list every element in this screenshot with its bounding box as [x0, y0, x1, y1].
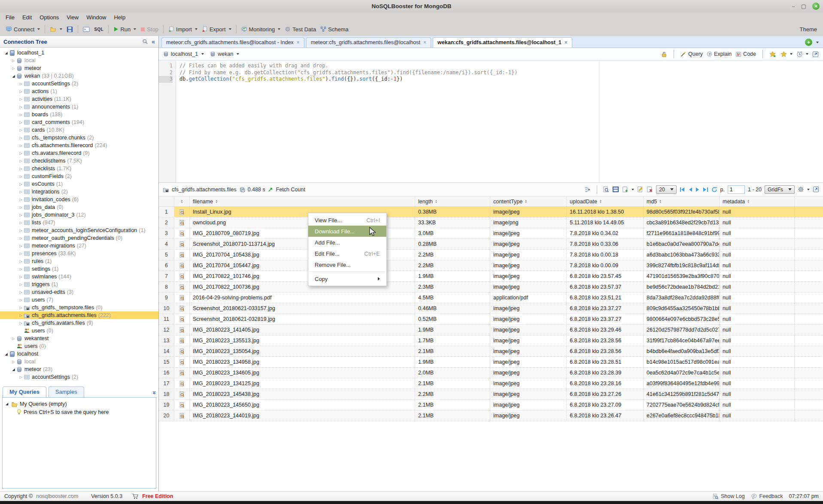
expand-results-icon[interactable]	[813, 186, 819, 193]
menu-edit[interactable]: Edit	[18, 13, 36, 22]
collapsed-arrow-icon[interactable]: ▷	[18, 113, 24, 117]
collapsed-arrow-icon[interactable]: ▷	[18, 159, 24, 163]
collapsed-arrow-icon[interactable]: ▷	[18, 260, 24, 263]
tree-item-checklistitems[interactable]: ▷checklistItems(7.5K)	[0, 157, 158, 165]
document-preview-icon[interactable]	[174, 335, 190, 346]
code-button[interactable]: Code	[735, 51, 756, 57]
favorites-button[interactable]	[780, 51, 793, 57]
table-row[interactable]: 12IMG_20180223_141405.jpg1.9MBimage/jpeg…	[159, 325, 823, 335]
header-md5[interactable]: md5▲▼	[644, 196, 720, 206]
header-filename[interactable]: filename▲▼	[190, 196, 415, 206]
collapsed-arrow-icon[interactable]: ▷	[18, 236, 24, 240]
collapsed-arrow-icon[interactable]: ▷	[18, 167, 24, 171]
table-row[interactable]: 5IMG_20170704_105438.jpg2.2MBimage/jpeg7…	[159, 250, 823, 260]
chevron-down-icon[interactable]	[816, 42, 819, 43]
document-preview-icon[interactable]	[174, 378, 190, 389]
export-button[interactable]: Export	[200, 25, 234, 34]
collapsed-arrow-icon[interactable]: ▷	[18, 182, 24, 186]
collapsed-arrow-icon[interactable]: ▷	[18, 298, 24, 302]
tree-item-cards[interactable]: ▷cards(10.8K)	[0, 126, 158, 134]
context-menu-item-add-file[interactable]: Add File...	[308, 237, 386, 248]
table-row[interactable]: 10Screenshot_20180621-033157.jpg0.46MBim…	[159, 303, 823, 314]
collapsed-arrow-icon[interactable]: ▷	[18, 144, 24, 148]
page-input[interactable]	[728, 185, 745, 194]
query-button[interactable]: Query	[680, 51, 703, 57]
document-preview-icon[interactable]	[174, 239, 190, 249]
tree-item-invitation-codes[interactable]: ▷invitation_codes(6)	[0, 196, 158, 203]
collapsed-arrow-icon[interactable]: ▷	[18, 314, 24, 317]
import-button[interactable]: Import	[166, 25, 200, 34]
tree-item-localhost-1[interactable]: ◢localhost_1	[0, 49, 158, 57]
tree-item-cfs-gridfs-avatars-files[interactable]: ▷cfs_gridfs.avatars.files(9)	[0, 319, 158, 327]
edition-label[interactable]: Free Edition	[142, 493, 173, 499]
collapsed-arrow-icon[interactable]: ▷	[18, 229, 24, 232]
collapsed-arrow-icon[interactable]: ▷	[18, 275, 24, 279]
search-icon[interactable]	[142, 39, 148, 45]
test-data-button[interactable]: Test Data	[282, 25, 318, 34]
collapsed-arrow-icon[interactable]: ▷	[18, 244, 24, 248]
schema-button[interactable]: Schema	[318, 25, 351, 34]
feedback-button[interactable]: Feedback	[751, 493, 783, 499]
console-button[interactable]: >_	[81, 25, 92, 33]
document-preview-icon[interactable]	[174, 314, 190, 324]
collapsed-arrow-icon[interactable]: ▷	[18, 136, 24, 140]
document-preview-icon[interactable]	[174, 303, 190, 314]
table-row[interactable]: 14IMG_20180223_135054.jpg2.1MBimage/jpeg…	[159, 346, 823, 357]
document-preview-icon[interactable]	[174, 400, 190, 410]
sql-button[interactable]: SQL	[92, 26, 106, 33]
collapsed-arrow-icon[interactable]: ▷	[18, 105, 24, 109]
tree-item-meteor-accounts-loginserviceconfiguration[interactable]: ▷meteor_accounts_loginServiceConfigurati…	[0, 226, 158, 234]
document-preview-icon[interactable]	[174, 282, 190, 292]
table-row[interactable]: 92016-04-29-solving-problems.pdf4.5MBapp…	[159, 293, 823, 303]
document-preview-icon[interactable]	[174, 260, 190, 271]
delete-document-icon[interactable]	[647, 186, 653, 193]
table-row[interactable]: 6IMG_20170704_105447.jpg2.2MBimage/jpeg7…	[159, 260, 823, 271]
tree-item-rules[interactable]: ▷rules(1)	[0, 257, 158, 265]
tree-item-local[interactable]: ▷local	[0, 57, 158, 64]
run-button[interactable]: Run	[111, 25, 138, 34]
connect-button[interactable]: Connect	[3, 25, 42, 34]
menu-help[interactable]: Help	[110, 13, 129, 22]
tree-item-wekantest[interactable]: ▷wekantest	[0, 335, 158, 342]
header-metadata[interactable]: metadata▲▼	[720, 196, 795, 206]
expanded-arrow-icon[interactable]: ◢	[3, 352, 9, 356]
menu-view[interactable]: View	[63, 13, 82, 22]
history-button[interactable]	[796, 51, 808, 57]
collapsed-arrow-icon[interactable]: ▷	[18, 252, 24, 256]
header-uploaddate[interactable]: uploadDate▲▼	[567, 196, 644, 206]
refresh-icon[interactable]	[711, 187, 717, 193]
tree-item-accountsettings[interactable]: ▷accountSettings(2)	[0, 373, 158, 381]
collapsed-arrow-icon[interactable]: ▷	[18, 121, 24, 124]
close-tab-icon[interactable]: ×	[565, 39, 568, 45]
close-tab-icon[interactable]: ×	[423, 39, 426, 45]
table-row[interactable]: 11Screenshot_20180621-032819.jpg0.52MBim…	[159, 314, 823, 325]
collapsed-arrow-icon[interactable]: ▷	[18, 205, 24, 209]
tree-item-unsaved-edits[interactable]: ▷unsaved-edits(3)	[0, 288, 158, 296]
table-row[interactable]: 19IMG_20180223_145650.jpg2.1MBimage/jpeg…	[159, 400, 823, 410]
close-tab-icon[interactable]: ×	[297, 39, 300, 45]
add-document-button[interactable]	[622, 186, 634, 193]
table-row[interactable]: 7IMG_20170822_101746.jpg1.9MBimage/jpeg6…	[159, 271, 823, 282]
tree-item-presences[interactable]: ▷presences(33.6K)	[0, 250, 158, 257]
tree-item-users[interactable]: ▷users(7)	[0, 296, 158, 304]
document-preview-icon[interactable]	[174, 228, 190, 238]
collapsed-arrow-icon[interactable]: ▷	[18, 198, 24, 202]
database-selector[interactable]: localhost_1	[163, 51, 204, 57]
table-row[interactable]: 8IMG_20170822_100736.jpg2.3MBimage/jpeg6…	[159, 282, 823, 293]
expanded-arrow-icon[interactable]: ◢	[3, 51, 9, 55]
document-preview-icon[interactable]	[174, 207, 190, 217]
theme-button[interactable]: Theme	[800, 26, 820, 33]
table-row[interactable]: 20IMG_20180223_144019.jpg2.1MBimage/jpeg…	[159, 410, 823, 421]
editor-tab-meteor-cfs-gridfs-attachments-files-localhost-index[interactable]: meteor:cfs_gridfs.attachments.files@loca…	[161, 37, 304, 48]
collapsed-arrow-icon[interactable]: ▷	[18, 221, 24, 225]
expanded-arrow-icon[interactable]: ◢	[11, 368, 16, 371]
close-button[interactable]: ✕	[812, 3, 820, 10]
context-menu-item-copy[interactable]: Copy	[308, 273, 386, 284]
monitoring-button[interactable]: Monitoring	[239, 25, 283, 34]
table-row[interactable]: 13IMG_20180223_135513.jpg1.7MBimage/jpeg…	[159, 335, 823, 346]
tree-item-triggers[interactable]: ▷triggers(1)	[0, 281, 158, 288]
table-row[interactable]: 16IMG_20180223_134605.jpg2.0MBimage/jpeg…	[159, 368, 823, 378]
collapsed-arrow-icon[interactable]: ▷	[18, 151, 24, 155]
tree-item-escounts[interactable]: ▷esCounts(1)	[0, 180, 158, 188]
table-row[interactable]: 15IMG_20180223_134958.jpg1.9MBimage/jpeg…	[159, 357, 823, 368]
